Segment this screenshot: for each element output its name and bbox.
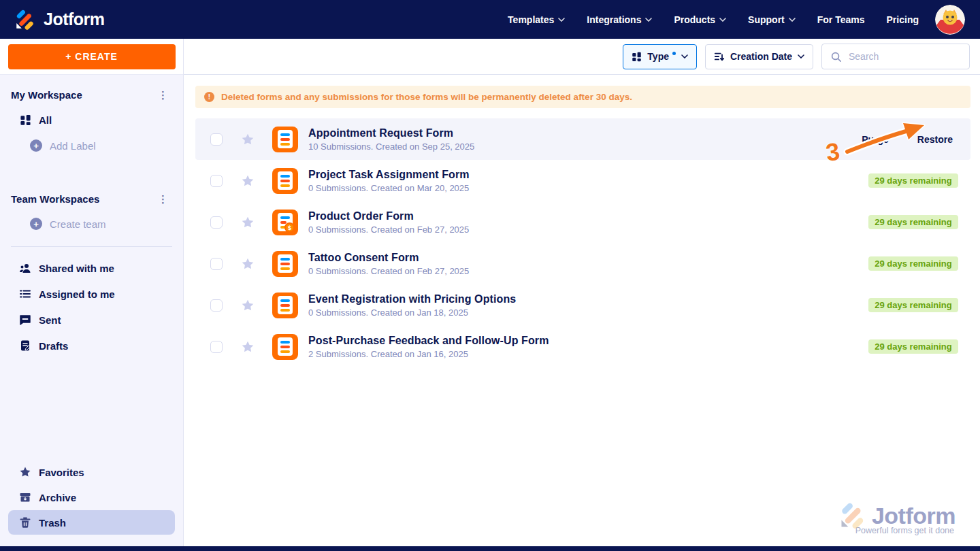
chevron-down-icon [719,18,726,22]
sidebar: + CREATE My Workspace ⋮ All [0,39,184,546]
row-checkbox[interactable] [210,299,223,312]
form-list-row[interactable]: Post-Purchase Feedback and Follow-Up For… [195,326,970,367]
bottom-edge-bar [0,546,980,551]
restore-button[interactable]: Restore [917,134,953,145]
sidebar-item-all[interactable]: All [8,107,175,132]
row-checkbox[interactable] [210,133,223,146]
team-workspaces-header: Team Workspaces ⋮ [0,183,183,211]
topnav-item-label: Products [674,14,715,25]
create-button[interactable]: + CREATE [8,44,176,69]
team-workspaces-title: Team Workspaces [11,193,99,205]
form-list-row[interactable]: Appointment Request Form 10 Submissions.… [195,118,970,160]
topnav-item[interactable]: For Teams [817,14,865,25]
chat-icon [19,314,31,326]
topnav-item-label: For Teams [817,14,865,25]
form-list-row[interactable]: Event Registration with Pricing Options … [195,284,970,326]
days-remaining-badge: 29 days remaining [868,256,958,271]
people-icon [19,262,31,274]
sidebar-item-drafts[interactable]: Drafts [8,333,175,358]
header-nav: Templates Integrations Products Support … [508,14,919,25]
topnav-item-label: Support [748,14,785,25]
sidebar-item-shared-with-me[interactable]: Shared with me [8,256,175,280]
form-title[interactable]: Product Order Form [308,210,469,222]
topnav-item[interactable]: Templates [508,14,565,25]
form-icon [272,127,298,152]
sidebar-item-create-team[interactable]: + Create team [8,212,175,236]
topnav-item-label: Templates [508,14,554,25]
sidebar-item-label: Archive [39,492,76,503]
type-filter-button[interactable]: Type [623,44,697,69]
form-meta: 0 Submissions. Created on Mar 20, 2025 [308,183,470,193]
sidebar-item-trash[interactable]: Trash [8,510,175,535]
topnav-item[interactable]: Integrations [587,14,652,25]
form-meta: 10 Submissions. Created on Sep 25, 2025 [308,141,474,152]
topnav-item[interactable]: Products [674,14,726,25]
trash-warning-banner: ! Deleted forms and any submissions for … [195,86,970,108]
topnav-item[interactable]: Pricing [887,14,919,25]
form-meta: 2 Submissions. Created on Jan 16, 2025 [308,349,549,359]
form-title[interactable]: Appointment Request Form [308,127,474,139]
checklist-icon [19,288,31,300]
plus-circle-icon: + [30,139,42,152]
sidebar-item-label: Add Label [50,140,96,152]
row-star-icon[interactable] [241,133,255,146]
form-title[interactable]: Project Task Assignment Form [308,169,470,181]
jotform-logo-icon [14,8,37,31]
filter-active-dot [672,52,676,55]
sidebar-item-favorites[interactable]: Favorites [8,460,175,484]
sidebar-nav: My Workspace ⋮ All + Add Label [0,75,183,546]
sidebar-item-label: Shared with me [39,263,114,274]
user-avatar[interactable] [935,5,965,35]
form-title[interactable]: Event Registration with Pricing Options [308,293,516,305]
row-right: 29 days remaining [868,215,958,229]
chevron-down-icon [558,18,565,22]
row-checkbox[interactable] [210,258,223,270]
days-remaining-badge: 29 days remaining [868,339,958,354]
row-star-icon[interactable] [241,216,255,229]
warning-icon: ! [204,92,214,102]
row-text: Event Registration with Pricing Options … [308,293,516,318]
row-checkbox[interactable] [210,341,223,353]
form-icon: $ [272,210,298,235]
form-icon [272,168,298,194]
form-title[interactable]: Post-Purchase Feedback and Follow-Up For… [308,335,549,347]
row-right: 29 days remaining [868,256,958,271]
jotform-watermark-icon [838,501,868,531]
sidebar-item-sent[interactable]: Sent [8,307,175,332]
row-star-icon[interactable] [241,174,255,188]
sidebar-item-archive[interactable]: Archive [8,485,175,510]
row-star-icon[interactable] [241,340,255,354]
form-icon [272,251,298,277]
my-workspace-menu-icon[interactable]: ⋮ [155,88,171,101]
topnav-item[interactable]: Support [748,14,796,25]
main-panel: Type Creation Date [184,39,980,546]
sidebar-item-add-label[interactable]: + Add Label [8,133,175,158]
grid-icon [19,114,31,126]
form-list-row[interactable]: Project Task Assignment Form 0 Submissio… [195,160,970,201]
plus-circle-icon: + [30,218,42,230]
row-right: 29 days remaining [868,298,958,312]
sidebar-item-label: Sent [39,314,61,326]
watermark-tagline: Powerful forms get it done [855,526,954,535]
draft-document-icon [19,339,31,352]
brand-name: Jotform [44,10,105,29]
row-star-icon[interactable] [241,299,255,312]
form-title[interactable]: Tattoo Consent Form [308,252,469,264]
topnav-item-label: Pricing [887,14,919,25]
sort-icon [714,51,725,62]
type-filter-label: Type [647,51,669,62]
row-checkbox[interactable] [210,175,223,187]
search-input[interactable] [849,51,972,62]
form-list-row[interactable]: $ Product Order Form 0 Submissions. Crea… [195,201,970,243]
form-list-row[interactable]: Tattoo Consent Form 0 Submissions. Creat… [195,243,970,284]
row-star-icon[interactable] [241,257,255,271]
sort-creation-date-button[interactable]: Creation Date [705,44,813,69]
row-checkbox[interactable] [210,216,223,229]
purge-button[interactable]: Purge [862,134,889,145]
jotform-logo[interactable]: Jotform [14,8,105,31]
search-icon [830,51,842,63]
sidebar-item-label: Favorites [39,467,84,478]
chevron-down-icon [789,18,796,22]
sidebar-item-assigned-to-me[interactable]: Assigned to me [8,282,175,306]
team-workspaces-menu-icon[interactable]: ⋮ [155,193,171,205]
